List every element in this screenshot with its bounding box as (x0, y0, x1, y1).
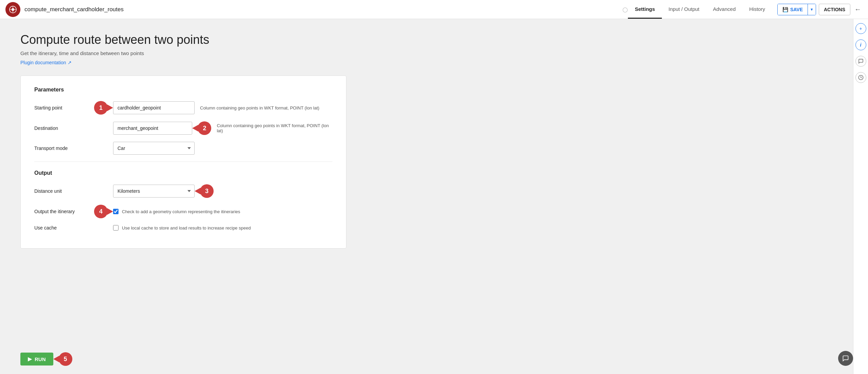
use-cache-controls: Use local cache to store and load result… (94, 225, 332, 231)
transport-mode-row: Transport mode Car Walk Bicycle (34, 142, 332, 155)
output-itinerary-checkbox[interactable] (113, 209, 119, 214)
main-layout: Compute route between two points Get the… (0, 19, 868, 374)
save-dropdown-button[interactable]: ▾ (808, 4, 816, 15)
transport-mode-controls: Car Walk Bicycle (94, 142, 332, 155)
badge-5: 5 (59, 352, 72, 366)
distance-unit-controls: Kilometers Miles 3 (94, 184, 332, 198)
recipe-icon: ◯ (622, 7, 628, 12)
external-link-icon: ↗ (68, 60, 72, 65)
starting-point-label: Starting point (34, 105, 89, 111)
right-sidebar: + i (853, 19, 868, 374)
starting-point-input[interactable] (113, 101, 195, 114)
chat-icon[interactable] (855, 56, 866, 67)
actions-button[interactable]: ACTIONS (819, 4, 850, 15)
doc-link[interactable]: Plugin documentation ↗ (20, 60, 72, 65)
badge-4: 4 (94, 205, 108, 218)
recipe-title: compute_merchant_cardholder_routes (24, 6, 620, 13)
badge-2: 2 (198, 121, 211, 135)
run-button-wrapper: ▶ RUN 5 (20, 352, 72, 366)
output-itinerary-checkbox-wrapper: Check to add a geometry column represent… (113, 209, 240, 214)
page-subtitle: Get the itinerary, time and distance bet… (20, 50, 833, 56)
distance-unit-row: Distance unit Kilometers Miles 3 (34, 184, 332, 198)
chat-bubble[interactable] (838, 351, 853, 366)
starting-point-controls: 1 Column containing geo points in WKT fo… (94, 101, 332, 115)
destination-input[interactable] (113, 122, 192, 135)
transport-mode-label: Transport mode (34, 146, 89, 151)
content-area: Compute route between two points Get the… (0, 19, 853, 374)
output-itinerary-row: Output the itinerary 4 Check to add a ge… (34, 205, 332, 218)
use-cache-checkbox-wrapper: Use local cache to store and load result… (113, 225, 251, 231)
app-logo[interactable] (5, 2, 20, 17)
info-icon[interactable]: i (855, 39, 866, 50)
destination-controls: 2 Column containing geo points in WKT fo… (94, 121, 332, 135)
starting-point-helper: Column containing geo points in WKT form… (200, 105, 319, 111)
nav-tabs: Settings Input / Output Advanced History (628, 0, 772, 19)
use-cache-row: Use cache Use local cache to store and l… (34, 225, 332, 231)
destination-helper: Column containing geo points in WKT form… (217, 123, 332, 133)
output-section-title: Output (34, 170, 332, 176)
parameters-section-title: Parameters (34, 87, 332, 93)
badge-3: 3 (200, 184, 214, 198)
use-cache-checkbox[interactable] (113, 225, 119, 231)
use-cache-label: Use cache (34, 225, 89, 231)
settings-card: Parameters Starting point 1 Column conta… (20, 75, 346, 249)
add-icon[interactable]: + (855, 23, 866, 34)
use-cache-helper: Use local cache to store and load result… (122, 225, 251, 231)
save-icon: 💾 (782, 7, 788, 12)
starting-point-row: Starting point 1 Column containing geo p… (34, 101, 332, 115)
badge-1: 1 (94, 101, 108, 115)
tab-history[interactable]: History (742, 0, 772, 19)
tab-advanced[interactable]: Advanced (706, 0, 743, 19)
distance-unit-label: Distance unit (34, 188, 89, 194)
output-itinerary-controls: 4 Check to add a geometry column represe… (94, 205, 332, 218)
destination-row: Destination 2 Column containing geo poin… (34, 121, 332, 135)
tab-input-output[interactable]: Input / Output (662, 0, 706, 19)
tab-settings[interactable]: Settings (628, 0, 662, 19)
header-actions: 💾 SAVE ▾ ACTIONS ← (777, 4, 863, 15)
clock-icon[interactable] (855, 72, 866, 83)
run-play-icon: ▶ (28, 356, 32, 362)
header: compute_merchant_cardholder_routes ◯ Set… (0, 0, 868, 19)
output-itinerary-helper: Check to add a geometry column represent… (122, 209, 240, 214)
save-button[interactable]: 💾 SAVE (778, 4, 808, 15)
transport-mode-select[interactable]: Car Walk Bicycle (113, 142, 195, 155)
run-button[interactable]: ▶ RUN (20, 353, 53, 366)
distance-unit-select[interactable]: Kilometers Miles (113, 185, 195, 198)
save-button-group: 💾 SAVE ▾ (777, 4, 816, 15)
page-title: Compute route between two points (20, 33, 833, 47)
back-button[interactable]: ← (853, 4, 863, 15)
destination-label: Destination (34, 125, 89, 131)
section-divider (34, 162, 332, 162)
output-itinerary-label: Output the itinerary (34, 209, 89, 214)
